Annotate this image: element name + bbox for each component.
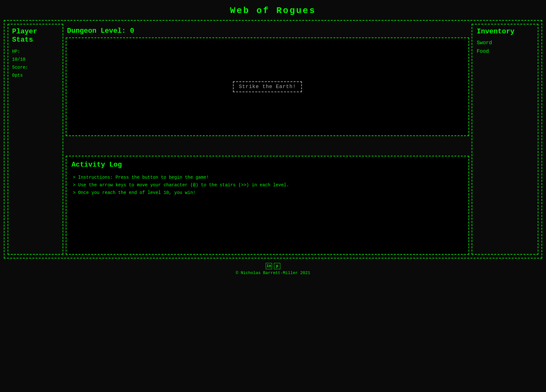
inventory-panel: Inventory Sword Food xyxy=(472,24,538,255)
log-line-1: > Instructions: Press the button to begi… xyxy=(72,174,463,182)
player-stats-title: Player Stats xyxy=(12,28,59,45)
linkedin-icon[interactable]: in xyxy=(266,263,272,269)
log-line-3: > Once you reach the end of level 10, yo… xyxy=(72,189,463,197)
score-value: 0pts xyxy=(12,72,59,79)
strike-the-earth-button[interactable]: Strike the Earth! xyxy=(233,81,302,92)
main-layout: Player Stats HP: 10/10 Score: 0pts Dunge… xyxy=(4,20,542,258)
dungeon-level-header: Dungeon Level: 0 xyxy=(67,24,469,38)
inventory-item-sword: Sword xyxy=(477,39,533,47)
page-title: Web of Rogues xyxy=(0,0,546,20)
inventory-item-food: Food xyxy=(477,47,533,56)
log-line-2: > Use the arrow keys to move your charac… xyxy=(72,182,463,189)
inventory-title: Inventory xyxy=(477,28,533,36)
portfolio-icon[interactable]: p xyxy=(274,263,280,269)
footer: in p © Nicholas Barrett-Miller 2021 xyxy=(0,258,546,278)
strike-button-container: Strike the Earth! xyxy=(233,81,302,92)
hp-label: HP: xyxy=(12,48,59,55)
game-viewport: Strike the Earth! xyxy=(66,38,469,136)
player-stats-panel: Player Stats HP: 10/10 Score: 0pts xyxy=(8,24,63,255)
score-label: Score: xyxy=(12,64,59,71)
footer-copyright: © Nicholas Barrett-Miller 2021 xyxy=(0,271,546,275)
activity-log-panel: Activity Log > Instructions: Press the b… xyxy=(66,156,469,255)
activity-log-title: Activity Log xyxy=(72,161,463,169)
footer-icons: in p xyxy=(0,263,546,269)
hp-value: 10/10 xyxy=(12,56,59,63)
center-panel: Dungeon Level: 0 Strike the Earth! Activ… xyxy=(63,24,472,255)
spacer xyxy=(66,136,469,156)
